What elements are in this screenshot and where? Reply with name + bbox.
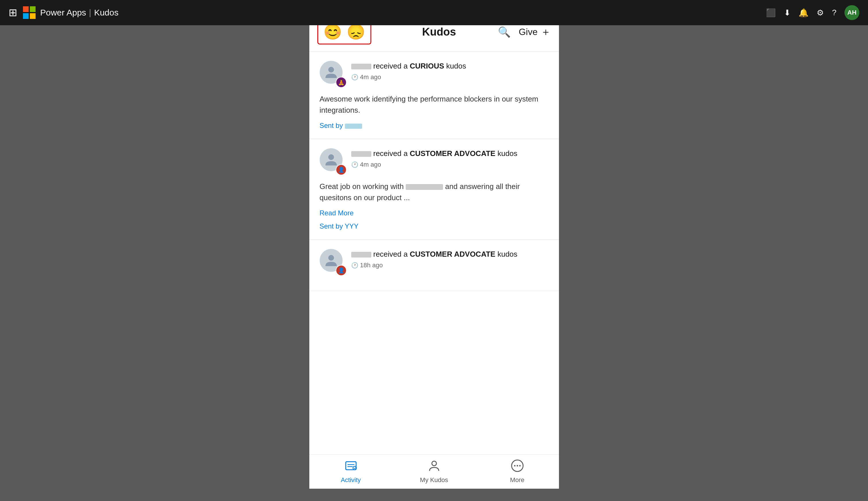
give-label: Give xyxy=(519,27,538,37)
read-more-link-2[interactable]: Read More xyxy=(320,209,548,217)
svg-point-9 xyxy=(514,465,515,467)
kudos-badge-1: 🧘 xyxy=(336,77,347,88)
ms-logo-red xyxy=(23,6,29,12)
nav-right-controls: ⬛ ⬇ 🔔 ⚙ ? AH xyxy=(766,5,859,20)
recipient-name-blur-1 xyxy=(351,64,371,70)
nav-download-icon[interactable]: ⬇ xyxy=(784,8,791,18)
give-button[interactable]: Give ＋ xyxy=(519,25,551,39)
svg-point-10 xyxy=(516,465,518,467)
card-header-1: 🧘 received a CURIOUS kudos 🕐 4m ago xyxy=(320,61,548,87)
kudos-card-1: 🧘 received a CURIOUS kudos 🕐 4m ago xyxy=(309,52,559,139)
card-info-1: received a CURIOUS kudos 🕐 4m ago xyxy=(351,61,548,81)
nav-help-icon[interactable]: ? xyxy=(832,8,836,17)
svg-point-1 xyxy=(328,154,334,160)
my-kudos-tab-icon xyxy=(428,459,440,475)
tab-more[interactable]: More xyxy=(476,459,559,484)
svg-point-7 xyxy=(432,461,437,466)
sender-name-2: YYY xyxy=(345,222,358,230)
top-navigation: ⊞ Power Apps | Kudos ⬛ ⬇ 🔔 ⚙ ? AH xyxy=(0,0,868,25)
badge-icon-3: 👤 xyxy=(338,267,344,274)
my-kudos-tab-label: My Kudos xyxy=(420,476,448,484)
user-avatar[interactable]: AH xyxy=(845,5,859,20)
card-time-2: 🕐 4m ago xyxy=(351,161,548,168)
kudos-type-2: CUSTOMER ADVOCATE xyxy=(410,149,495,158)
tab-my-kudos[interactable]: My Kudos xyxy=(393,459,476,484)
avatar-stack-3: 👤 xyxy=(320,249,345,275)
person-silhouette-3 xyxy=(324,253,338,268)
recipient-name-blur-2 xyxy=(351,151,371,157)
person-silhouette-1 xyxy=(324,65,338,79)
kudos-feed: 🧘 received a CURIOUS kudos 🕐 4m ago xyxy=(309,52,559,489)
recipient-name-blur-3 xyxy=(351,252,371,257)
more-tab-icon xyxy=(511,459,524,475)
received-text-3: received a xyxy=(373,250,410,258)
sent-by-2[interactable]: Sent by YYY xyxy=(320,222,548,230)
give-plus-icon: ＋ xyxy=(541,25,551,39)
clock-icon-3: 🕐 xyxy=(351,262,358,269)
activity-tab-icon xyxy=(345,459,357,475)
kudos-card-2: 👤 received a CUSTOMER ADVOCATE kudos 🕐 4… xyxy=(309,139,559,240)
tab-activity[interactable]: Activity xyxy=(309,459,393,484)
card-time-3: 🕐 18h ago xyxy=(351,262,548,269)
nav-powerapps-title: Power Apps xyxy=(40,8,86,18)
time-ago-3: 18h ago xyxy=(360,262,383,269)
svg-point-2 xyxy=(328,255,334,261)
happy-face-icon[interactable]: 😊 xyxy=(323,23,342,41)
time-ago-1: 4m ago xyxy=(360,73,381,81)
nav-bell-icon[interactable]: 🔔 xyxy=(798,8,808,18)
badge-icon-2: 👤 xyxy=(338,167,344,173)
card-info-2: received a CUSTOMER ADVOCATE kudos 🕐 4m … xyxy=(351,148,548,168)
kudos-type-1: CURIOUS xyxy=(410,62,444,70)
card-time-1: 🕐 4m ago xyxy=(351,73,548,81)
card-info-3: received a CUSTOMER ADVOCATE kudos 🕐 18h… xyxy=(351,249,548,269)
nav-settings-icon[interactable]: ⚙ xyxy=(817,8,824,18)
inline-name-blur-2 xyxy=(406,184,443,190)
time-ago-2: 4m ago xyxy=(360,161,381,168)
app-title: Kudos xyxy=(380,26,498,38)
sent-by-1[interactable]: Sent by xyxy=(320,121,548,130)
search-icon[interactable]: 🔍 xyxy=(498,26,511,38)
card-title-3: received a CUSTOMER ADVOCATE kudos xyxy=(351,249,548,259)
card-message-1: Awesome work identifying the performance… xyxy=(320,94,548,116)
kudos-badge-3: 👤 xyxy=(336,265,347,276)
kudos-suffix-3: kudos xyxy=(498,250,517,258)
microsoft-logo xyxy=(23,6,35,19)
tab-bar: Activity My Kudos More xyxy=(309,454,559,489)
grid-menu-icon[interactable]: ⊞ xyxy=(9,7,17,19)
svg-point-0 xyxy=(328,67,334,73)
nav-app-name: Kudos xyxy=(94,8,118,18)
received-text-2: received a xyxy=(373,149,410,158)
kudos-type-3: CUSTOMER ADVOCATE xyxy=(410,250,495,258)
sender-name-blur-1 xyxy=(345,124,362,129)
clock-icon-2: 🕐 xyxy=(351,161,358,168)
kudos-badge-2: 👤 xyxy=(336,164,347,175)
card-title-1: received a CURIOUS kudos xyxy=(351,61,548,71)
card-header-3: 👤 received a CUSTOMER ADVOCATE kudos 🕐 1… xyxy=(320,249,548,275)
activity-tab-label: Activity xyxy=(341,476,361,484)
badge-icon-1: 🧘 xyxy=(338,79,344,85)
svg-point-11 xyxy=(519,465,521,467)
nav-cast-icon[interactable]: ⬛ xyxy=(766,8,776,18)
avatar-stack-2: 👤 xyxy=(320,148,345,174)
app-panel: 😊 😞 Kudos 🔍 Give ＋ xyxy=(309,13,559,489)
more-tab-label: More xyxy=(510,476,524,484)
card-title-2: received a CUSTOMER ADVOCATE kudos xyxy=(351,148,548,159)
nav-separator: | xyxy=(89,8,91,18)
sad-face-icon[interactable]: 😞 xyxy=(347,23,365,41)
person-silhouette-2 xyxy=(324,152,338,167)
clock-icon-1: 🕐 xyxy=(351,74,358,81)
kudos-card-3: 👤 received a CUSTOMER ADVOCATE kudos 🕐 1… xyxy=(309,240,559,291)
ms-logo-blue xyxy=(23,13,29,19)
sent-by-label-2: Sent by xyxy=(320,222,345,230)
kudos-suffix-1: kudos xyxy=(446,62,466,70)
ms-logo-green xyxy=(30,6,35,12)
avatar-stack-1: 🧘 xyxy=(320,61,345,87)
card-message-2: Great job on working with and answering … xyxy=(320,181,548,203)
card-header-2: 👤 received a CUSTOMER ADVOCATE kudos 🕐 4… xyxy=(320,148,548,174)
kudos-suffix-2: kudos xyxy=(498,149,517,158)
received-text-1: received a xyxy=(373,62,410,70)
sent-by-label-1: Sent by xyxy=(320,121,345,129)
ms-logo-yellow xyxy=(30,13,35,19)
